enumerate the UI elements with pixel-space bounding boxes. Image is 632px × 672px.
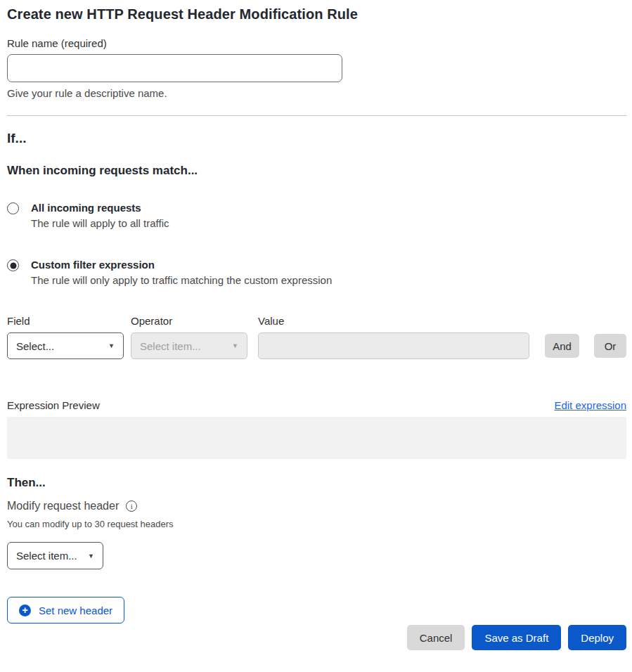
- expression-preview-label: Expression Preview: [7, 399, 100, 411]
- radio-option-custom-filter[interactable]: Custom filter expression The rule will o…: [7, 259, 626, 286]
- chevron-down-icon: ▼: [88, 553, 94, 560]
- radio-button[interactable]: [7, 202, 19, 214]
- operator-select: Select item... ▼: [131, 332, 247, 359]
- deploy-button[interactable]: Deploy: [568, 625, 626, 650]
- value-label: Value: [258, 315, 529, 327]
- set-new-header-label: Set new header: [39, 605, 112, 616]
- value-input: [258, 332, 529, 359]
- chevron-down-icon: ▼: [108, 342, 115, 349]
- if-heading: If...: [7, 131, 626, 146]
- operator-select-value: Select item...: [140, 340, 201, 352]
- footer-actions: Cancel Save as Draft Deploy: [7, 625, 626, 650]
- expression-preview-box: [7, 417, 626, 459]
- modify-header-label: Modify request header: [7, 500, 119, 512]
- operator-label: Operator: [131, 315, 247, 327]
- set-new-header-button[interactable]: + Set new header: [7, 597, 124, 623]
- value-column: Value: [258, 315, 529, 359]
- radio-label[interactable]: Custom filter expression: [31, 259, 332, 271]
- edit-expression-link[interactable]: Edit expression: [554, 399, 626, 411]
- rule-name-helper: Give your rule a descriptive name.: [7, 87, 626, 99]
- info-icon[interactable]: i: [126, 500, 137, 512]
- cancel-button[interactable]: Cancel: [407, 625, 465, 650]
- radio-description: The rule will only apply to traffic matc…: [31, 274, 332, 286]
- radio-description: The rule will apply to all traffic: [31, 217, 169, 229]
- header-item-select[interactable]: Select item... ▼: [7, 542, 103, 569]
- page-title: Create new HTTP Request Header Modificat…: [7, 6, 626, 22]
- plus-icon: +: [19, 605, 31, 616]
- then-heading: Then...: [7, 476, 626, 490]
- or-button[interactable]: Or: [594, 334, 626, 358]
- chevron-down-icon: ▼: [232, 342, 238, 349]
- radio-texts: All incoming requests The rule will appl…: [31, 202, 169, 229]
- header-item-select-value: Select item...: [16, 550, 77, 562]
- and-button[interactable]: And: [545, 334, 579, 358]
- field-select[interactable]: Select... ▼: [7, 332, 124, 359]
- operator-column: Operator Select item... ▼: [131, 315, 247, 359]
- modify-header-helper: You can modify up to 30 request headers: [7, 519, 626, 529]
- rule-name-section: Rule name (required) Give your rule a de…: [7, 37, 626, 99]
- field-column: Field Select... ▼: [7, 315, 124, 359]
- expression-builder-row: Field Select... ▼ Operator Select item..…: [7, 315, 626, 359]
- save-as-draft-button[interactable]: Save as Draft: [472, 625, 561, 650]
- field-label: Field: [7, 315, 124, 327]
- radio-option-all-incoming[interactable]: All incoming requests The rule will appl…: [7, 202, 626, 229]
- section-divider: [7, 115, 626, 116]
- radio-button[interactable]: [7, 259, 19, 271]
- rule-name-input[interactable]: [7, 54, 342, 82]
- field-select-value: Select...: [16, 340, 54, 352]
- rule-name-label: Rule name (required): [7, 37, 626, 49]
- expression-preview-header: Expression Preview Edit expression: [7, 399, 626, 411]
- modify-header-row: Modify request header i: [7, 500, 626, 512]
- when-subheading: When incoming requests match...: [7, 164, 626, 178]
- radio-texts: Custom filter expression The rule will o…: [31, 259, 332, 286]
- create-rule-page: Create new HTTP Request Header Modificat…: [0, 0, 632, 661]
- radio-label[interactable]: All incoming requests: [31, 202, 169, 214]
